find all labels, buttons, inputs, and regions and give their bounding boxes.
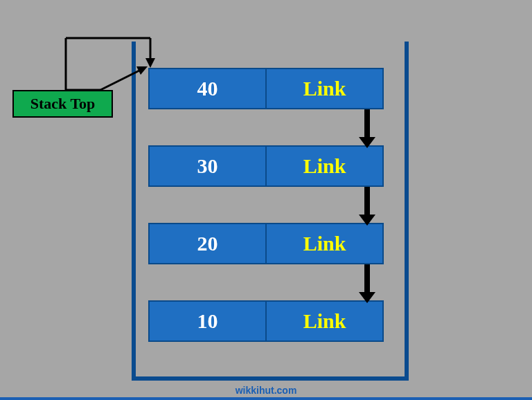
node-link: Link (266, 223, 384, 264)
node-link: Link (266, 68, 384, 109)
link-arrow-icon (353, 187, 381, 228)
svg-marker-10 (359, 215, 375, 226)
stack-node: 30 Link (148, 145, 384, 187)
svg-marker-3 (145, 58, 155, 68)
stack-node: 40 Link (148, 68, 384, 109)
node-value: 10 (148, 300, 266, 342)
node-link: Link (266, 300, 384, 342)
node-value: 30 (148, 145, 266, 187)
watermark-text: wikkihut.com (0, 385, 532, 396)
stack-node: 20 Link (148, 223, 384, 264)
svg-marker-8 (359, 137, 375, 148)
bottom-bar (0, 397, 532, 400)
link-arrow-icon (353, 264, 381, 306)
svg-marker-12 (359, 292, 375, 303)
svg-line-5 (100, 69, 142, 90)
node-link: Link (266, 145, 384, 187)
stack-node: 10 Link (148, 300, 384, 342)
node-value: 20 (148, 223, 266, 264)
link-arrow-icon (353, 109, 381, 151)
pointer-arrow-icon (59, 28, 170, 97)
